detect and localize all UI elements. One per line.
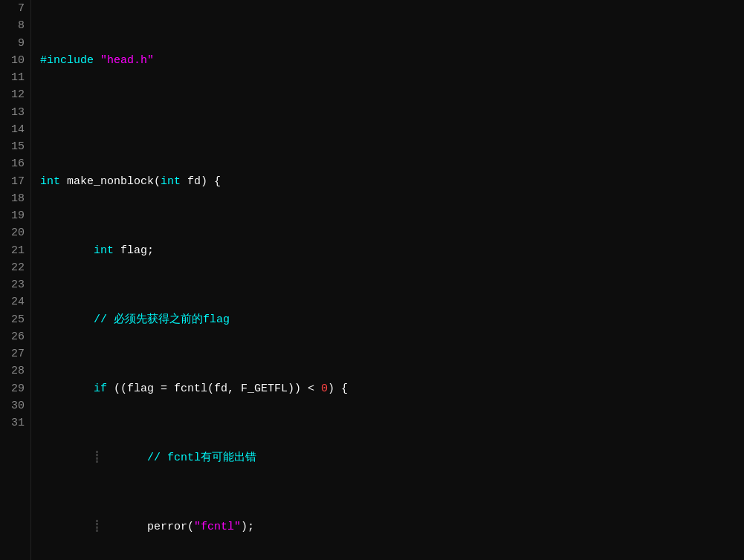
code-line-11: // 必须先获得之前的flag [40, 311, 744, 328]
code-line-9: int make_nonblock(int fd) { [40, 173, 744, 190]
code-lines: #include "head.h" int make_nonblock(int … [31, 0, 744, 560]
code-editor: 7 8 9 10 11 12 13 14 15 16 17 18 19 20 2… [0, 0, 744, 560]
code-line-13: ┊ // fcntl有可能出错 [40, 449, 744, 466]
code-line-14: ┊ perror("fcntl"); [40, 518, 744, 535]
code-line-7: #include "head.h" [40, 52, 744, 69]
code-line-10: int flag; [40, 242, 744, 259]
code-line-12: if ((flag = fcntl(fd, F_GETFL)) < 0) { [40, 380, 744, 397]
line-numbers: 7 8 9 10 11 12 13 14 15 16 17 18 19 20 2… [0, 0, 31, 560]
